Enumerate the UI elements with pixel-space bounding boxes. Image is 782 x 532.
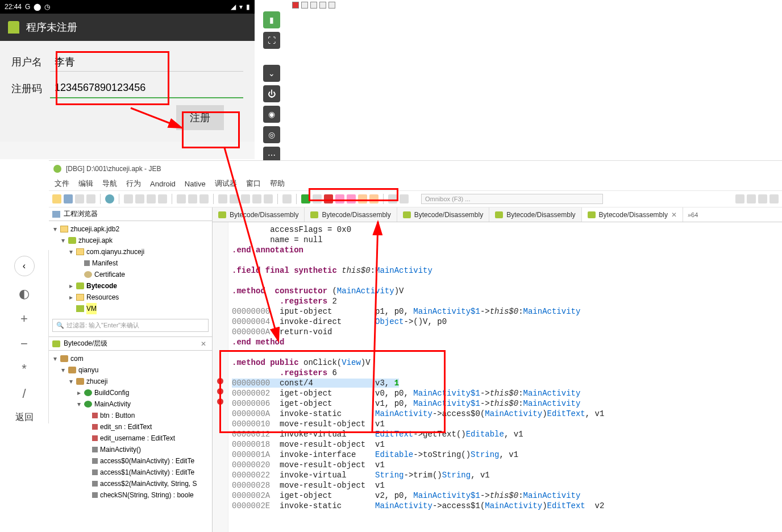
record-icon[interactable] xyxy=(292,2,299,9)
menu-nav[interactable]: 导航 xyxy=(102,178,117,189)
tree-member[interactable]: MainActivity() xyxy=(100,444,141,455)
menu-window[interactable]: 窗口 xyxy=(246,178,261,189)
menu-debugger[interactable]: 调试器 xyxy=(215,178,237,189)
tool-icon[interactable] xyxy=(252,194,261,203)
stop-icon[interactable] xyxy=(301,2,308,9)
tool-icon[interactable] xyxy=(188,194,197,203)
layout-icon[interactable] xyxy=(769,194,779,203)
tree-member[interactable]: edit_sn : EditText xyxy=(100,421,152,433)
tree-bytecode[interactable]: Bytecode xyxy=(86,280,117,292)
forward-icon[interactable] xyxy=(135,194,144,203)
plus-button[interactable]: + xyxy=(20,311,28,326)
menu-edit[interactable]: 编辑 xyxy=(78,178,93,189)
step-over-icon[interactable] xyxy=(335,194,344,203)
tree-member[interactable]: edit_username : EditText xyxy=(100,433,175,444)
tool-icon[interactable] xyxy=(199,194,209,203)
tabs-overflow[interactable]: »64 xyxy=(683,207,702,222)
star-button[interactable]: * xyxy=(22,361,27,376)
step-icon[interactable] xyxy=(319,2,326,9)
settings-icon[interactable] xyxy=(328,2,335,9)
tab-disassembly[interactable]: Bytecode/Disassembly xyxy=(397,207,489,222)
tree-buildconfig[interactable]: BuildConfig xyxy=(94,387,129,398)
filter-input[interactable]: 🔍 过滤器: 输入"Enter"来确认 xyxy=(52,319,209,332)
back-label[interactable]: 返回 xyxy=(15,412,34,423)
run-icon[interactable] xyxy=(301,194,310,203)
code-editor[interactable]: accessFlags = 0x0 name = null .end annot… xyxy=(213,222,782,532)
tree-member[interactable]: access$2(MainActivity, String, S xyxy=(100,478,197,489)
layout-icon[interactable] xyxy=(735,194,744,203)
tool-icon[interactable] xyxy=(264,194,273,203)
tree-zhuceji[interactable]: zhuceji xyxy=(86,376,107,387)
wrench-icon[interactable] xyxy=(75,194,84,203)
step-out-icon[interactable] xyxy=(358,194,367,203)
menu-native[interactable]: Native xyxy=(185,180,206,188)
refresh-icon[interactable] xyxy=(158,194,167,203)
close-icon[interactable]: ✕ xyxy=(671,211,677,219)
tab-disassembly[interactable]: Bytecode/Disassembly xyxy=(305,207,397,222)
breakpoint-marker[interactable] xyxy=(217,388,223,394)
close-icon[interactable]: ✕ xyxy=(198,340,209,348)
register-button[interactable]: 注册 xyxy=(176,105,224,130)
tree-vm[interactable]: VM xyxy=(86,303,97,314)
tree-apk[interactable]: zhuceji.apk xyxy=(78,235,113,246)
tree-mainactivity[interactable]: MainActivity xyxy=(94,398,131,410)
tab-disassembly[interactable]: Bytecode/Disassembly xyxy=(489,207,581,222)
emu-power-icon[interactable]: ▮ xyxy=(263,11,280,28)
tree-manifest[interactable]: Manifest xyxy=(92,257,118,269)
breakpoint-marker[interactable] xyxy=(217,398,223,405)
nav-back-button[interactable]: ‹ xyxy=(14,256,35,276)
tool-icon[interactable] xyxy=(230,194,239,203)
menu-action[interactable]: 行为 xyxy=(126,178,141,189)
emu-power2-icon[interactable]: ⏻ xyxy=(263,85,280,102)
tab-disassembly[interactable]: Bytecode/Disassembly xyxy=(213,207,305,222)
tree-member[interactable]: checkSN(String, String) : boole xyxy=(100,489,194,501)
step-into-icon[interactable] xyxy=(347,194,356,203)
regcode-input[interactable] xyxy=(50,78,243,98)
tool-icon[interactable] xyxy=(177,194,186,203)
emu-eye-icon[interactable]: ◉ xyxy=(263,106,280,123)
pause-icon[interactable] xyxy=(313,194,322,203)
menu-help[interactable]: 帮助 xyxy=(270,178,285,189)
menu-file[interactable]: 文件 xyxy=(55,178,69,189)
globe-icon[interactable] xyxy=(105,194,114,203)
tree-member[interactable]: access$1(MainActivity) : EditTe xyxy=(100,467,194,478)
tool-icon[interactable] xyxy=(282,194,292,203)
save-icon[interactable] xyxy=(64,194,73,203)
tree-qianyu[interactable]: qianyu xyxy=(78,364,98,376)
layout-icon[interactable] xyxy=(747,194,756,203)
tool-icon[interactable] xyxy=(241,194,250,203)
tree-certificate[interactable]: Certificate xyxy=(94,269,125,280)
emu-eye-off-icon[interactable]: ◎ xyxy=(263,126,280,143)
tool-icon[interactable] xyxy=(400,194,409,203)
open-icon[interactable] xyxy=(52,194,61,203)
tree-member[interactable]: access$0(MainActivity) : EditTe xyxy=(100,455,194,467)
tree-com[interactable]: com xyxy=(70,353,84,364)
back-icon[interactable] xyxy=(124,194,133,203)
breakpoint-marker[interactable] xyxy=(217,378,223,384)
tool-icon[interactable] xyxy=(388,194,397,203)
code-body[interactable]: accessFlags = 0x0 name = null .end annot… xyxy=(228,222,782,532)
layout-icon[interactable] xyxy=(758,194,767,203)
slash-button[interactable]: / xyxy=(22,386,26,401)
omnibox-input[interactable]: Omnibox (F3) ... xyxy=(421,194,603,204)
hierarchy-tree[interactable]: ▾com ▾qianyu ▾zhuceji ▸BuildConfig ▾Main… xyxy=(49,351,212,503)
minus-button[interactable]: − xyxy=(20,336,28,351)
username-input[interactable] xyxy=(50,52,243,72)
emu-fullscreen-icon[interactable]: ⛶ xyxy=(263,32,280,49)
project-tree[interactable]: ▾zhuceji.apk.jdb2 ▾zhuceji.apk ▾com.qian… xyxy=(49,221,212,317)
up-icon[interactable] xyxy=(147,194,156,203)
step-icon[interactable] xyxy=(310,2,317,9)
breakpoint-gutter[interactable] xyxy=(213,222,228,532)
run-to-icon[interactable] xyxy=(369,194,378,203)
tree-root[interactable]: zhuceji.apk.jdb2 xyxy=(70,223,119,235)
tree-member[interactable]: btn : Button xyxy=(100,410,135,421)
menu-android[interactable]: Android xyxy=(150,180,176,188)
flag-icon[interactable] xyxy=(86,194,95,203)
emu-down-icon[interactable]: ⌄ xyxy=(263,65,280,82)
tree-resources[interactable]: Resources xyxy=(86,292,119,303)
chrome-icon[interactable]: ◐ xyxy=(19,286,30,301)
stop-debug-icon[interactable] xyxy=(324,194,333,203)
tree-pkg[interactable]: com.qianyu.zhuceji xyxy=(86,246,144,257)
tab-disassembly-active[interactable]: Bytecode/Disassembly✕ xyxy=(582,207,683,222)
tool-icon[interactable] xyxy=(218,194,227,203)
